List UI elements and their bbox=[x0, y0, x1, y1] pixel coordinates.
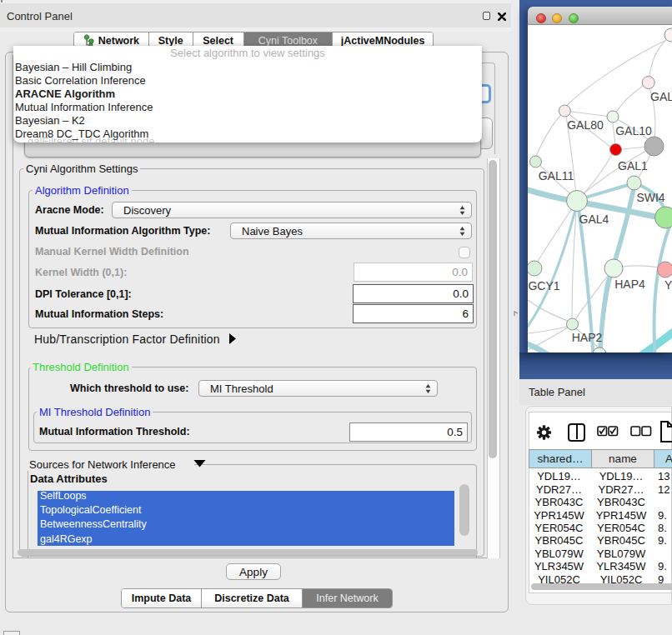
svg-text:GAL11: GAL11 bbox=[539, 169, 574, 182]
svg-text:SWI4: SWI4 bbox=[636, 191, 664, 204]
svg-text:GAL1: GAL1 bbox=[618, 159, 648, 172]
svg-text:HAP2: HAP2 bbox=[572, 331, 603, 344]
svg-text:GAL80: GAL80 bbox=[567, 118, 604, 132]
svg-text:GAL10: GAL10 bbox=[615, 124, 652, 138]
svg-text:GAL7: GAL7 bbox=[650, 90, 672, 103]
svg-text:GAL4: GAL4 bbox=[579, 212, 609, 226]
svg-text:YM: YM bbox=[664, 278, 672, 292]
svg-text:GCY1: GCY1 bbox=[528, 279, 559, 292]
svg-text:HAP4: HAP4 bbox=[614, 278, 645, 291]
